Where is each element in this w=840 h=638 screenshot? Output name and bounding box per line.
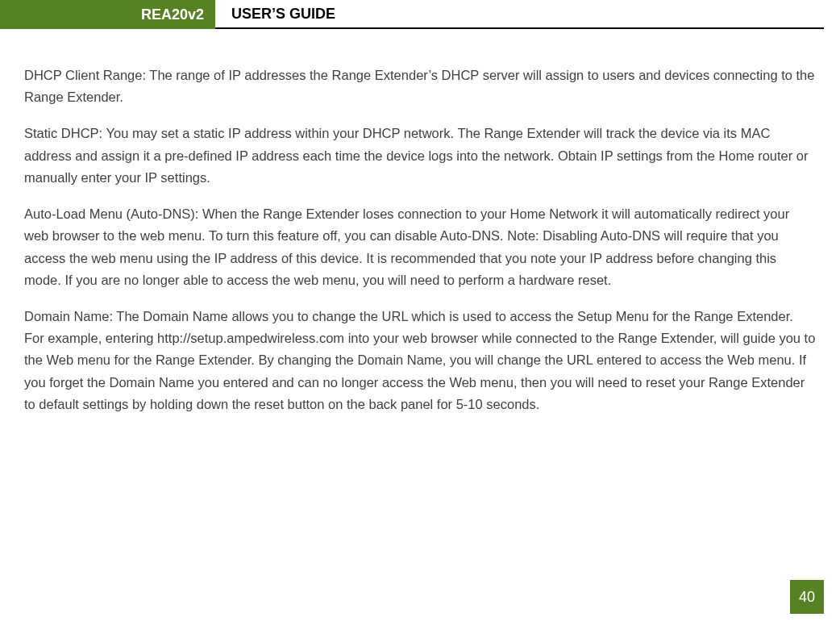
paragraph-auto-load-menu: Auto-Load Menu (Auto-DNS): When the Rang… (24, 203, 816, 291)
product-name: REA20v2 (141, 6, 204, 23)
paragraph-static-dhcp: Static DHCP: You may set a static IP add… (24, 123, 816, 189)
page-number: 40 (790, 580, 824, 614)
paragraph-dhcp-client-range: DHCP Client Range: The range of IP addre… (24, 65, 816, 108)
product-badge: REA20v2 (0, 0, 215, 29)
document-content: DHCP Client Range: The range of IP addre… (0, 29, 840, 446)
guide-title: USER’S GUIDE (215, 0, 824, 29)
guide-title-text: USER’S GUIDE (231, 6, 335, 23)
page-number-value: 40 (799, 589, 815, 606)
document-header: REA20v2 USER’S GUIDE (0, 0, 824, 29)
paragraph-domain-name: Domain Name: The Domain Name allows you … (24, 306, 816, 415)
